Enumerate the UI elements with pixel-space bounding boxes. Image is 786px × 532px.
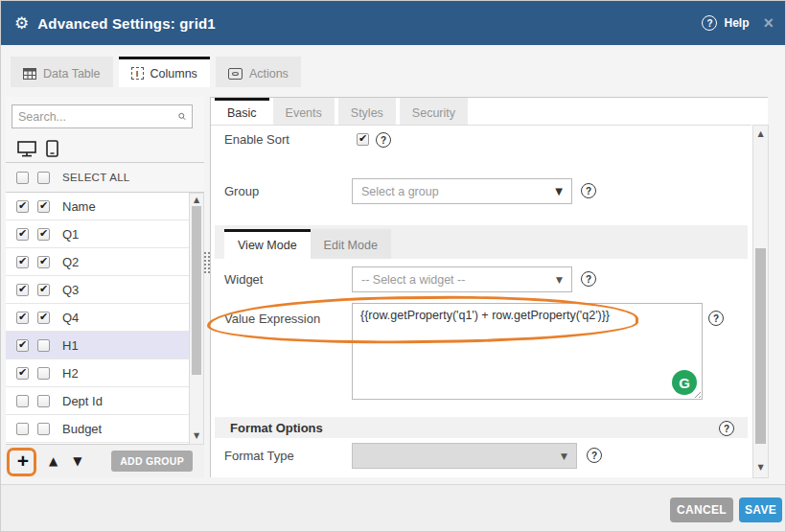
- value-expression-text[interactable]: {{row.getProperty('q1') + row.getPropert…: [353, 304, 702, 399]
- add-column-button[interactable]: +: [12, 451, 34, 472]
- mobile-checkbox[interactable]: [37, 423, 50, 435]
- move-down-button[interactable]: ▼: [73, 454, 81, 468]
- widget-select[interactable]: -- Select a widget -- ▼: [352, 266, 572, 292]
- web-checkbox[interactable]: [16, 256, 29, 268]
- group-select[interactable]: Select a group ▼: [352, 178, 572, 204]
- scrollbar-thumb[interactable]: [755, 248, 766, 444]
- column-row-budget[interactable]: Budget: [6, 415, 189, 443]
- mobile-checkbox[interactable]: [37, 339, 50, 352]
- mobile-checkbox[interactable]: [37, 312, 50, 324]
- tab-label: Basic: [227, 106, 257, 120]
- move-up-button[interactable]: ▲: [49, 454, 58, 468]
- mobile-checkbox[interactable]: [37, 200, 50, 213]
- widget-label: Widget: [224, 272, 263, 287]
- cancel-button[interactable]: CANCEL: [670, 497, 733, 522]
- tab-label: Styles: [351, 106, 383, 120]
- columns-icon: I: [131, 67, 144, 80]
- tab-label: Actions: [249, 67, 289, 81]
- tab-label: Data Table: [43, 67, 101, 81]
- scroll-up-icon[interactable]: ▲: [753, 130, 768, 138]
- tab-actions[interactable]: Actions: [216, 57, 301, 87]
- column-row-q1[interactable]: Q1: [6, 220, 189, 248]
- detail-tabbar: Basic Events Styles Security: [215, 98, 468, 125]
- column-row-h2[interactable]: H2: [6, 359, 189, 387]
- columns-sidebar: SELECT ALL Name Q1 Q2 Q3: [6, 97, 204, 477]
- web-checkbox[interactable]: [16, 423, 29, 435]
- mobile-checkbox[interactable]: [37, 228, 50, 241]
- value-expression-label: Value Expression: [224, 312, 320, 326]
- tab-styles[interactable]: Styles: [338, 98, 396, 125]
- web-checkbox[interactable]: [16, 312, 29, 324]
- tab-view-mode[interactable]: View Mode: [224, 229, 311, 259]
- format-options-help-icon[interactable]: ?: [719, 421, 734, 436]
- column-name: Name: [62, 199, 96, 214]
- column-name: Dept Id: [62, 394, 103, 408]
- desktop-icon[interactable]: [17, 141, 36, 157]
- sidebar-toolbar: + ▲ ▼ ADD GROUP: [6, 445, 204, 477]
- tab-security[interactable]: Security: [400, 98, 468, 125]
- tab-basic[interactable]: Basic: [215, 98, 269, 125]
- table-icon: [23, 68, 36, 80]
- column-name: Q2: [62, 255, 79, 269]
- value-expression-textarea[interactable]: {{row.getProperty('q1') + row.getPropert…: [352, 303, 703, 400]
- mobile-checkbox[interactable]: [37, 367, 50, 380]
- web-checkbox[interactable]: [16, 395, 29, 407]
- column-name: Q3: [62, 283, 79, 297]
- tab-columns[interactable]: I Columns: [119, 57, 210, 87]
- column-row-q3[interactable]: Q3: [6, 276, 189, 304]
- column-name: H1: [62, 338, 79, 353]
- select-all-row[interactable]: SELECT ALL: [6, 163, 204, 193]
- dialog-footer: CANCEL SAVE: [1, 484, 786, 532]
- column-row-name[interactable]: Name: [6, 193, 189, 220]
- column-row-h1[interactable]: H1: [6, 332, 189, 359]
- add-group-button[interactable]: ADD GROUP: [111, 451, 193, 472]
- mobile-icon[interactable]: [46, 140, 58, 157]
- close-icon[interactable]: ×: [763, 14, 774, 32]
- column-row-dept-id[interactable]: Dept Id: [6, 387, 189, 415]
- enable-sort-checkbox[interactable]: [357, 133, 369, 146]
- gear-icon: ⚙: [14, 13, 29, 33]
- tab-edit-mode[interactable]: Edit Mode: [311, 229, 391, 259]
- format-type-select[interactable]: ▼: [352, 443, 577, 469]
- help-link[interactable]: Help: [724, 16, 749, 30]
- tab-label: Security: [412, 106, 455, 120]
- mobile-checkbox[interactable]: [37, 284, 50, 296]
- search-box: [12, 104, 193, 128]
- column-name: Q1: [62, 227, 79, 242]
- help-icon[interactable]: ?: [702, 15, 717, 31]
- web-checkbox[interactable]: [16, 200, 29, 213]
- enable-sort-label: Enable Sort: [224, 132, 289, 147]
- enable-sort-help-icon[interactable]: ?: [376, 132, 391, 148]
- dialog-header: ⚙ Advanced Settings: grid1 ? Help ×: [1, 1, 786, 45]
- column-row-q2[interactable]: Q2: [6, 248, 189, 276]
- tab-label: Events: [286, 106, 322, 120]
- mobile-checkbox[interactable]: [37, 256, 50, 268]
- widget-help-icon[interactable]: ?: [581, 271, 596, 287]
- grammarly-icon[interactable]: G: [672, 370, 697, 395]
- tab-events[interactable]: Events: [273, 98, 335, 125]
- value-expression-help-icon[interactable]: ?: [708, 311, 724, 326]
- web-checkbox[interactable]: [16, 339, 29, 352]
- scroll-down-icon[interactable]: ▼: [190, 432, 203, 440]
- tab-data-table[interactable]: Data Table: [11, 57, 113, 87]
- sidebar-scrollbar[interactable]: ▲ ▼: [189, 193, 204, 445]
- detail-scrollbar[interactable]: ▲ ▼: [752, 125, 769, 478]
- web-checkbox[interactable]: [16, 367, 29, 380]
- group-select-value: Select a group: [361, 185, 439, 198]
- select-all-web-checkbox[interactable]: [16, 172, 29, 184]
- scrollbar-thumb[interactable]: [192, 206, 201, 375]
- scroll-down-icon[interactable]: ▼: [753, 464, 768, 472]
- select-all-mobile-checkbox[interactable]: [37, 172, 50, 184]
- column-row-q4[interactable]: Q4: [6, 304, 189, 332]
- web-checkbox[interactable]: [16, 284, 29, 296]
- column-name: Budget: [62, 422, 102, 436]
- save-button[interactable]: SAVE: [739, 497, 782, 522]
- column-detail-panel: Basic Events Styles Security Enable Sort…: [210, 97, 768, 477]
- search-input[interactable]: [12, 110, 178, 124]
- web-checkbox[interactable]: [16, 228, 29, 241]
- format-type-help-icon[interactable]: ?: [587, 448, 602, 463]
- widget-select-value: -- Select a widget --: [361, 273, 465, 287]
- group-help-icon[interactable]: ?: [581, 183, 596, 198]
- scroll-up-icon[interactable]: ▲: [190, 197, 203, 204]
- mobile-checkbox[interactable]: [37, 395, 50, 407]
